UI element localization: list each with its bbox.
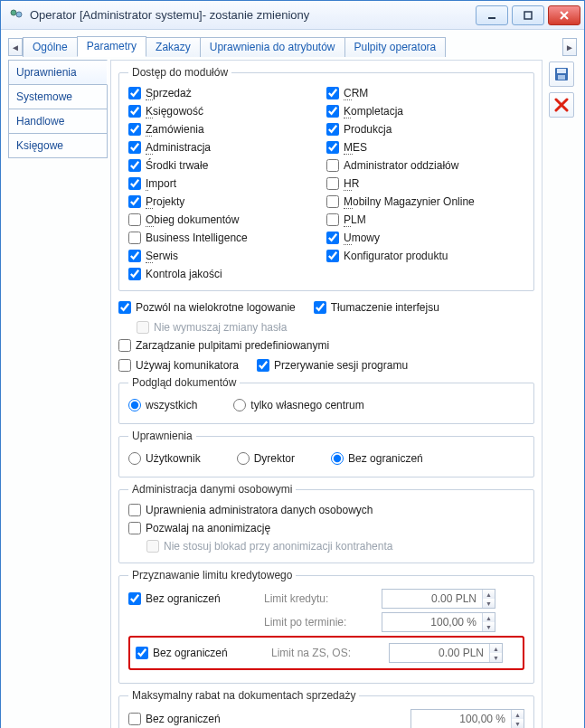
radio-perm-unlimited[interactable] — [331, 452, 344, 465]
close-button[interactable] — [548, 5, 580, 25]
tab-uprawnienia-atrybutow[interactable]: Uprawnienia do atrybutów — [200, 37, 345, 57]
module-checkbox[interactable] — [128, 141, 141, 154]
input-discount[interactable] — [411, 710, 511, 728]
spin-up-icon[interactable]: ▲ — [512, 710, 524, 719]
input-limit-po-terminie[interactable] — [382, 613, 482, 631]
spin-limit-kredytu[interactable]: ▲▼ — [382, 589, 495, 609]
module-checkbox[interactable] — [326, 87, 339, 99]
module-label: Business Intelligence — [146, 230, 248, 246]
module-checkbox[interactable] — [128, 177, 141, 190]
sidetab-uprawnienia[interactable]: Uprawnienia — [8, 60, 108, 85]
module-checkbox[interactable] — [128, 123, 141, 136]
module-checkbox[interactable] — [128, 250, 141, 262]
module-checkbox[interactable] — [326, 105, 339, 118]
module-label: Import — [146, 175, 176, 192]
cancel-button[interactable] — [549, 92, 574, 118]
minimize-button[interactable] — [476, 5, 508, 25]
titlebar: Operator [Administrator systemu]- zostan… — [1, 1, 584, 30]
input-limit-zsos[interactable] — [390, 644, 489, 662]
module-row: Produkcja — [326, 120, 524, 138]
maximize-button[interactable] — [512, 5, 544, 25]
module-checkbox[interactable] — [326, 250, 339, 262]
spin-up-icon[interactable]: ▲ — [490, 644, 502, 653]
module-checkbox[interactable] — [128, 213, 141, 226]
svg-rect-6 — [558, 75, 565, 80]
lbl-no-block-anon: Nie stosuj blokad przy anonimizacji kont… — [164, 538, 392, 554]
module-row: Kontrola jakości — [128, 265, 326, 283]
personal-data-group: Administracja danymi osobowymi Uprawnien… — [118, 483, 534, 563]
module-checkbox[interactable] — [128, 105, 141, 118]
tabbar-scroll-left[interactable]: ◄ — [8, 38, 23, 56]
spin-down-icon[interactable]: ▼ — [512, 719, 524, 728]
chk-zsos-unlimited[interactable] — [136, 647, 148, 659]
chk-interrupt-session[interactable] — [257, 359, 269, 372]
chk-multi-login[interactable] — [118, 301, 131, 314]
sidetab-handlowe[interactable]: Handlowe — [8, 109, 108, 134]
spin-discount[interactable]: ▲▼ — [410, 709, 524, 728]
chk-translate-ui[interactable] — [314, 301, 326, 314]
credit-limit-group: Przyznawanie limitu kredytowego Bez ogra… — [118, 569, 534, 684]
chk-dash-mgmt[interactable] — [118, 339, 131, 352]
module-checkbox[interactable] — [128, 87, 141, 99]
module-label: Umowy — [344, 230, 380, 246]
input-limit-kredytu[interactable] — [382, 590, 482, 608]
lbl-credit-unlimited: Bez ograniczeń — [146, 591, 221, 607]
main-panel: Dostęp do modułów SprzedażKsięgowośćZamó… — [110, 60, 543, 728]
svg-point-0 — [11, 10, 16, 15]
module-checkbox[interactable] — [326, 159, 339, 172]
tab-ogolne[interactable]: Ogólne — [23, 37, 78, 57]
discount-legend: Maksymalny rabat na dokumentach sprzedaż… — [128, 689, 359, 702]
module-checkbox[interactable] — [128, 268, 141, 280]
spin-limit-po-terminie[interactable]: ▲▼ — [382, 612, 495, 632]
save-button[interactable] — [549, 61, 574, 87]
sidetab-ksiegowe[interactable]: Księgowe — [8, 133, 108, 158]
module-row: PLM — [326, 211, 524, 229]
chk-allow-anon[interactable] — [128, 522, 141, 534]
radio-perm-director[interactable] — [237, 452, 250, 465]
svg-rect-5 — [557, 69, 566, 73]
spin-down-icon[interactable]: ▼ — [490, 653, 502, 662]
tabbar-scroll-right[interactable]: ► — [562, 38, 577, 56]
lbl-allow-anon: Pozwalaj na anonimizację — [146, 520, 270, 536]
module-checkbox[interactable] — [326, 177, 339, 190]
module-row: HR — [326, 175, 524, 193]
module-checkbox[interactable] — [326, 195, 339, 208]
module-checkbox[interactable] — [128, 195, 141, 208]
module-label: Kontrola jakości — [146, 266, 222, 282]
spin-down-icon[interactable]: ▼ — [483, 599, 495, 608]
sidetab-systemowe[interactable]: Systemowe — [8, 84, 108, 109]
tab-pulpity-operatora[interactable]: Pulpity operatora — [344, 37, 447, 57]
radio-perm-user[interactable] — [128, 452, 141, 465]
module-checkbox[interactable] — [128, 159, 141, 172]
tab-parametry[interactable]: Parametry — [77, 36, 146, 57]
lbl-force-pwd: Nie wymuszaj zmiany hasła — [154, 319, 287, 336]
spin-up-icon[interactable]: ▲ — [483, 590, 495, 599]
radio-dp-own[interactable] — [233, 399, 246, 411]
chk-use-communicator[interactable] — [118, 359, 131, 372]
chk-personal-admin[interactable] — [128, 504, 141, 516]
perm-group: Uprawnienia Użytkownik Dyrektor Bez ogra… — [118, 430, 534, 477]
chk-credit-unlimited[interactable] — [128, 592, 141, 605]
modules-group: Dostęp do modułów SprzedażKsięgowośćZamó… — [118, 66, 534, 291]
spin-down-icon[interactable]: ▼ — [483, 622, 495, 631]
chk-discount-unlimited[interactable] — [128, 713, 141, 725]
module-checkbox[interactable] — [326, 213, 339, 226]
lbl-limit-po-terminie: Limit po terminie: — [264, 616, 373, 629]
radio-dp-all[interactable] — [128, 399, 141, 411]
lbl-perm-user: Użytkownik — [146, 450, 201, 467]
module-checkbox[interactable] — [326, 141, 339, 154]
module-row: Konfigurator produktu — [326, 247, 524, 265]
save-icon — [553, 66, 570, 82]
svg-rect-3 — [524, 12, 532, 19]
spin-limit-zsos[interactable]: ▲▼ — [389, 643, 503, 663]
module-label: Obieg dokumentów — [146, 212, 239, 228]
module-checkbox[interactable] — [128, 232, 141, 244]
svg-point-1 — [16, 12, 22, 17]
lbl-dash-mgmt: Zarządzanie pulpitami predefiniowanymi — [136, 337, 329, 354]
spin-up-icon[interactable]: ▲ — [483, 613, 495, 622]
lbl-dp-own: tylko własnego centrum — [250, 397, 363, 413]
tab-zakazy[interactable]: Zakazy — [146, 37, 201, 57]
module-checkbox[interactable] — [326, 232, 339, 244]
module-checkbox[interactable] — [326, 123, 339, 136]
module-label: Projekty — [146, 194, 184, 210]
